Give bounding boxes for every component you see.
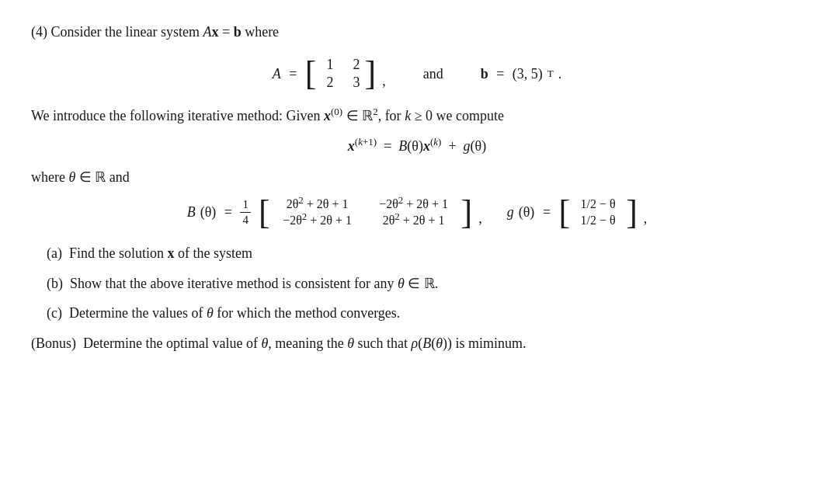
vector-b-value: (3, 5) — [513, 66, 543, 82]
and-text: and — [423, 66, 443, 82]
g-paren: (θ) — [519, 204, 535, 221]
part-c-label: (c) — [47, 305, 65, 321]
where-theta-line: where θ ∈ ℝ and — [31, 167, 803, 188]
matrix-B-row-1: 2θ2 + 2θ + 1 −2θ2 + 2θ + 1 — [275, 197, 457, 211]
comma-A: , — [382, 73, 386, 89]
matrix-B-row-2: −2θ2 + 2θ + 1 2θ2 + 2θ + 1 — [275, 214, 457, 228]
problem-number: (4) — [31, 24, 47, 40]
g-cell-2: 1/2 − θ — [575, 214, 621, 228]
A-cell-21: 2 — [321, 75, 334, 91]
matrix-A-body: 1 2 2 3 — [321, 57, 360, 91]
B-frac-num: 1 — [240, 197, 251, 214]
matrix-A-label: A — [273, 66, 281, 82]
bracket-right-B: ] — [461, 197, 473, 228]
matrix-A-row-2: 2 3 — [321, 75, 360, 91]
B-cell-21: −2θ2 + 2θ + 1 — [275, 214, 360, 228]
g-equals: = — [539, 204, 554, 221]
A-cell-11: 1 — [321, 57, 334, 73]
matrix-A-expr: A = [ 1 2 2 3 ] , — [273, 57, 386, 91]
B-cell-11: 2θ2 + 2θ + 1 — [275, 197, 360, 211]
B-cell-22: 2θ2 + 2θ + 1 — [371, 214, 457, 228]
A-cell-12: 2 — [348, 57, 360, 73]
page-content: (4) Consider the linear system Ax = b wh… — [31, 22, 803, 355]
comma-B: , — [478, 210, 482, 227]
period-b: . — [558, 66, 562, 82]
bonus-label: (Bonus) — [31, 335, 80, 351]
matrix-g-row-1: 1/2 − θ — [575, 197, 621, 211]
B-theta-label: B — [187, 204, 196, 221]
iteration-formula: x(k+1) = B(θ)x(k) + g(θ) — [348, 138, 486, 155]
B-equals: = — [221, 204, 235, 221]
part-a-text: Find the solution x of the system — [69, 245, 252, 261]
equals-sign-b: = — [493, 66, 508, 82]
matrix-equation-row: A = [ 1 2 2 3 ] , and b = (3, 5) — [31, 57, 803, 91]
B-theta-expr: B (θ) = 1 4 [ 2θ2 + 2θ + 1 −2θ2 + 2θ + 1… — [187, 197, 482, 228]
bracket-left-g: [ — [559, 197, 571, 228]
iteration-formula-row: x(k+1) = B(θ)x(k) + g(θ) — [31, 138, 803, 155]
bracket-left-B: [ — [259, 197, 270, 228]
part-c: (c) Determine the values of θ for which … — [47, 302, 803, 325]
bracket-left-A: [ — [305, 58, 317, 89]
A-cell-22: 3 — [348, 75, 360, 91]
part-b: (b) Show that the above iterative method… — [47, 273, 803, 295]
part-c-text: Determine the values of θ for which the … — [69, 305, 400, 321]
bonus-line: (Bonus) Determine the optimal value of θ… — [31, 332, 803, 355]
g-cell-1: 1/2 − θ — [575, 197, 621, 211]
vector-b-expr: b = (3, 5) T . — [481, 66, 562, 82]
problem-header-text: Consider the linear system Ax = b where — [51, 24, 280, 40]
B-cell-12: −2θ2 + 2θ + 1 — [371, 197, 457, 211]
g-theta-label: g — [507, 204, 514, 221]
bracket-right-g: ] — [626, 197, 638, 228]
bracket-right-A: ] — [365, 58, 377, 89]
part-b-text: Show that the above iterative method is … — [70, 276, 438, 291]
part-a-label: (a) — [47, 245, 65, 261]
B-paren-left: (θ) — [200, 204, 217, 221]
problem-header: (4) Consider the linear system Ax = b wh… — [31, 22, 803, 43]
part-b-label: (b) — [47, 276, 67, 291]
matrix-B-body: 2θ2 + 2θ + 1 −2θ2 + 2θ + 1 −2θ2 + 2θ + 1… — [275, 197, 457, 228]
b-theta-row: B (θ) = 1 4 [ 2θ2 + 2θ + 1 −2θ2 + 2θ + 1… — [31, 197, 803, 228]
intro-paragraph: We introduce the following iterative met… — [31, 105, 803, 127]
bonus-text: Determine the optimal value of θ, meanin… — [83, 335, 526, 351]
matrix-g-row-2: 1/2 − θ — [575, 214, 621, 228]
comma-g: , — [644, 210, 648, 227]
matrix-A-row-1: 1 2 — [321, 57, 360, 73]
matrix-g-body: 1/2 − θ 1/2 − θ — [575, 197, 621, 228]
B-fraction: 1 4 — [240, 197, 251, 228]
B-frac-den: 4 — [240, 213, 251, 228]
equals-sign-A: = — [286, 66, 301, 82]
vector-b-label: b — [481, 66, 488, 82]
part-a: (a) Find the solution x of the system — [47, 242, 803, 265]
g-theta-expr: g (θ) = [ 1/2 − θ 1/2 − θ ] , — [507, 197, 648, 228]
